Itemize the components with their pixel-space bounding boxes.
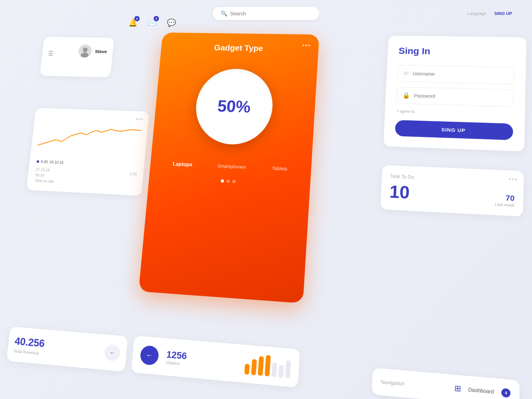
visitors-info: 1256 Visiters xyxy=(166,349,237,371)
revenue-panel: 40.256 Total Revenue ← xyxy=(6,327,128,372)
donut-wrapper: 50% xyxy=(186,62,282,153)
bell-badge: 2 xyxy=(134,16,140,21)
header-right: Language SING UP xyxy=(467,0,512,27)
chart-date2: 27.10.16 xyxy=(36,167,50,172)
task-meta: 70 Last week xyxy=(495,193,515,208)
navigation-label: Navigation xyxy=(381,379,405,387)
bar-3 xyxy=(258,356,264,376)
search-icon: 🔍 xyxy=(221,10,227,17)
bar-chart xyxy=(244,353,291,378)
revenue-info: 40.256 Total Revenue xyxy=(13,335,45,356)
category-smartphones[interactable]: Smartphones xyxy=(217,163,246,170)
category-tablets-label: Tablets xyxy=(272,165,288,172)
time-dot xyxy=(37,160,39,163)
main-scene: ☰ Steve ••• xyxy=(0,0,532,399)
tasks-dots: ••• xyxy=(509,176,518,184)
bar-5 xyxy=(271,362,277,377)
chart-time: 6:45 xyxy=(41,160,48,164)
chart-dots: ••• xyxy=(136,116,144,123)
slide-dot-1[interactable] xyxy=(221,179,224,183)
revenue-back-button[interactable]: ← xyxy=(104,344,121,362)
bar-1 xyxy=(244,364,250,375)
bar-2 xyxy=(251,359,257,375)
line-chart xyxy=(37,118,142,159)
gadget-card-title: Gadget Type xyxy=(171,42,308,54)
singup-button[interactable]: SING UP xyxy=(395,120,513,140)
category-tablets[interactable]: Tablets xyxy=(272,165,288,172)
task-count: 10 xyxy=(389,182,410,203)
visitors-back-button[interactable]: ← xyxy=(140,345,159,366)
donut-percent: 50% xyxy=(217,96,251,116)
password-field: 🔒 xyxy=(396,87,514,107)
signin-title: Sing In xyxy=(398,46,515,58)
bar-6 xyxy=(278,365,284,377)
notification-area: 🔔 2 ✉️ 2 💬 xyxy=(126,17,178,29)
lock-icon: 🔒 xyxy=(402,92,410,99)
gadget-dots: ••• xyxy=(302,42,311,49)
avatar xyxy=(78,45,92,58)
agree-text: I agree to xyxy=(396,109,513,117)
slide-dots xyxy=(159,177,300,186)
category-smartphones-label: Smartphones xyxy=(217,163,246,170)
search-input[interactable] xyxy=(230,11,311,16)
chat-icon-btn[interactable]: 💬 xyxy=(165,17,178,29)
mail-badge: 2 xyxy=(154,16,159,21)
bell-icon-btn[interactable]: 🔔 2 xyxy=(126,17,139,29)
chart-date: 24.10.16 xyxy=(49,160,64,165)
scene-inner: ☰ Steve ••• xyxy=(0,8,532,399)
revenue-value: 40.256 xyxy=(14,335,45,350)
bar-4 xyxy=(265,355,271,377)
bar-7 xyxy=(285,360,291,378)
username-field: ✉ xyxy=(397,65,515,84)
navigation-panel: Navigation ⊞ Dashboard 4 xyxy=(372,368,520,399)
user-section: Steve xyxy=(78,45,107,58)
username-input[interactable] xyxy=(412,71,508,78)
task-last-week: Last week xyxy=(495,202,514,208)
menu-icon[interactable]: ☰ xyxy=(48,50,54,57)
search-bar: 🔍 xyxy=(213,7,319,20)
category-laptops-label: Laptops xyxy=(173,161,193,168)
signin-panel: Sing In ✉ 🔒 I agree to SING UP xyxy=(383,36,526,152)
header: 🔍 Language SING UP xyxy=(0,0,532,27)
nav-items: ⊞ Dashboard 4 xyxy=(454,383,510,398)
donut-chart-container: 50% xyxy=(162,62,307,154)
sidebar-panel: ☰ Steve xyxy=(40,37,114,77)
mail-form-icon: ✉ xyxy=(403,70,409,77)
slide-dot-2[interactable] xyxy=(226,180,230,183)
gadget-card: ••• Gadget Type xyxy=(139,33,320,304)
singup-link[interactable]: SING UP xyxy=(494,11,512,16)
dashboard-label[interactable]: Dashboard xyxy=(468,387,494,395)
username-label: Steve xyxy=(95,49,107,54)
language-label: Language xyxy=(467,11,486,16)
revenue-label: Total Revenue xyxy=(13,348,44,356)
chart-time-info: 6:45 24.10.16 xyxy=(37,159,138,168)
grid-icon: ⊞ xyxy=(454,383,461,394)
slide-dot-3[interactable] xyxy=(232,180,236,183)
chart-panel: ••• 6:45 24.10.16 27.10.16 1:31 09.16 xyxy=(26,108,149,196)
chart-time2: 1:31 xyxy=(130,172,137,176)
chart-date3: 09.16 xyxy=(35,173,44,178)
tasks-panel: ••• Task To Do 10 70 Last week xyxy=(380,165,524,216)
password-input[interactable] xyxy=(414,93,508,101)
gadget-categories: Laptops Smartphones Tablets xyxy=(160,161,301,173)
mail-icon-btn[interactable]: ✉️ 2 xyxy=(146,17,158,29)
nav-badge: 4 xyxy=(501,388,511,398)
category-laptops[interactable]: Laptops xyxy=(173,161,193,168)
task-last-value: 70 xyxy=(495,193,515,203)
visitors-panel: ← 1256 Visiters xyxy=(131,335,300,388)
